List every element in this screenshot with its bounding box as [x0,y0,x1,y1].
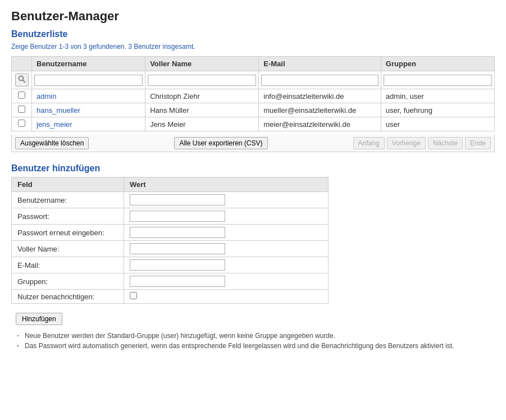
filter-email-cell [259,71,381,89]
svg-point-0 [19,76,23,81]
add-field-value [124,192,329,208]
delete-selected-button[interactable]: Ausgewählte löschen [15,137,89,149]
table-header-row: Benutzername Voller Name E-Mail Gruppen [12,57,495,71]
add-notify-checkbox[interactable] [130,292,137,299]
next-page-button[interactable]: Nächste [428,137,463,149]
checkbox-header [12,57,32,71]
add-form-row: E-Mail: [12,257,329,273]
col-header-username: Benutzername [32,57,145,71]
username-link[interactable]: hans_mueller [37,106,80,115]
page-title: Benutzer-Manager [11,9,495,24]
add-field-value [124,225,329,241]
user-list-table: Benutzername Voller Name E-Mail Gruppen [11,56,495,131]
search-icon [18,75,26,83]
add-field-value [124,208,329,225]
add-field-label: Voller Name: [12,241,124,257]
add-field-value [124,241,329,257]
filter-groups-cell [381,71,494,89]
add-form-row: Benutzername: [12,192,329,208]
add-user-table: Feld Wert Benutzername: Passwort: Passwo… [11,177,329,304]
add-field-value [124,290,329,304]
row-username: admin [32,89,145,103]
add-form-row: Nutzer benachrichtigen: [12,290,329,304]
add-input-password2[interactable] [130,227,225,238]
last-page-button[interactable]: Ende [465,137,491,149]
filter-email-input[interactable] [261,75,379,86]
add-input-email[interactable] [130,259,225,271]
search-button[interactable] [15,74,29,86]
section1-title: Benutzerliste [11,29,495,39]
section2-title: Benutzer hinzufügen [11,163,495,174]
add-field-value [124,273,329,290]
row-groups: admin, user [381,89,494,103]
prev-page-button[interactable]: Vorherige [387,137,426,149]
row-username: hans_mueller [32,103,145,117]
svg-line-1 [22,80,25,83]
row-email: mueller@einsatzleiterwiki.de [259,103,381,117]
add-field-label: Benutzername: [12,192,124,208]
row-groups: user [381,117,494,131]
filter-groups-input[interactable] [384,75,492,86]
note-item: Neue Benutzer werden der Standard-Gruppe… [17,332,495,340]
filter-row [12,71,495,89]
filter-fullname-cell [145,71,259,89]
row-fullname: Christoph Ziehr [145,89,259,103]
add-col-field: Feld [12,177,124,192]
add-field-label: Gruppen: [12,273,124,290]
user-count-subtitle: Zeige Benutzer 1-3 von 3 gefundenen. 3 B… [11,43,495,51]
add-input-fullname[interactable] [130,243,225,254]
row-checkbox-cell [12,103,32,117]
row-email: info@einsatzleiterwiki.de [259,89,381,103]
search-icon-cell [12,71,32,89]
filter-username-cell [32,71,145,89]
col-header-groups: Gruppen [381,57,494,71]
add-form-row: Voller Name: [12,241,329,257]
table-row: jens_meier Jens Meier meier@einsatzleite… [12,117,495,131]
row-checkbox[interactable] [18,106,25,113]
add-col-value: Wert [124,177,329,192]
username-link[interactable]: admin [37,92,56,101]
add-user-section: Benutzer hinzufügen Feld Wert Benutzerna… [11,163,495,328]
row-checkbox[interactable] [18,92,25,99]
row-checkbox-cell [12,89,32,103]
row-groups: user, fuehrung [381,103,494,117]
table-row: admin Christoph Ziehr info@einsatzleiter… [12,89,495,103]
add-input-password[interactable] [130,211,225,222]
export-csv-button[interactable]: Alle User exportieren (CSV) [174,137,267,149]
row-checkbox[interactable] [18,120,25,127]
add-input-username[interactable] [130,194,225,206]
add-field-value [124,257,329,273]
add-field-label: Passwort erneut eingeben: [12,225,124,241]
add-form-row: Passwort erneut eingeben: [12,225,329,241]
add-field-label: Passwort: [12,208,124,225]
filter-fullname-input[interactable] [148,75,256,86]
row-username: jens_meier [32,117,145,131]
add-table-header: Feld Wert [12,177,329,192]
row-fullname: Hans Müller [145,103,259,117]
username-link[interactable]: jens_meier [37,120,72,129]
add-form-row: Gruppen: [12,273,329,290]
add-input-groups[interactable] [130,276,225,287]
first-page-button[interactable]: Anfang [353,137,385,149]
row-email: meier@einsatzleiterwiki.de [259,117,381,131]
col-header-email: E-Mail [259,57,381,71]
action-bar: Ausgewählte löschen Alle User exportiere… [11,135,495,152]
add-user-button[interactable]: Hinzufügen [16,313,62,325]
filter-username-input[interactable] [34,75,143,86]
row-fullname: Jens Meier [145,117,259,131]
note-item: Das Passwort wird automatisch generiert,… [17,342,495,350]
add-field-label: Nutzer benachrichtigen: [12,290,124,304]
table-row: hans_mueller Hans Müller mueller@einsatz… [12,103,495,117]
add-field-label: E-Mail: [12,257,124,273]
col-header-fullname: Voller Name [145,57,259,71]
row-checkbox-cell [12,117,32,131]
notes-list: Neue Benutzer werden der Standard-Gruppe… [11,332,495,350]
add-form-row: Passwort: [12,208,329,225]
